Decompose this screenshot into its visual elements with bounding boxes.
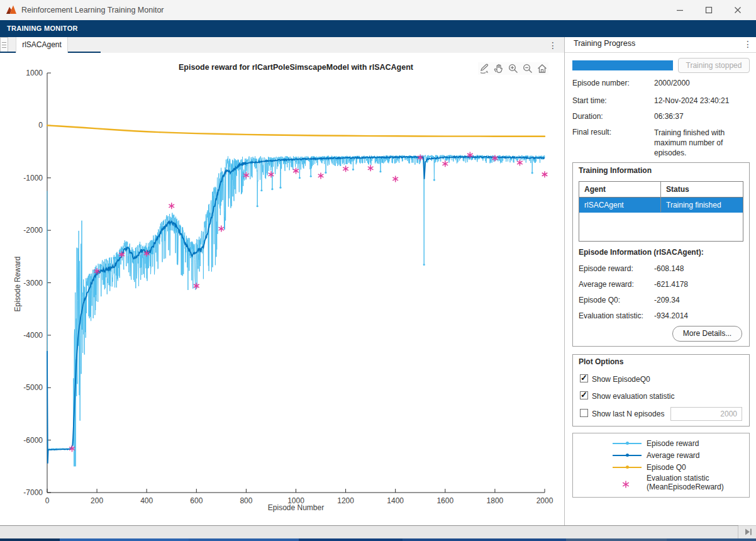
panel-overflow-menu-icon[interactable]: ⋮ — [742, 39, 753, 52]
close-icon — [734, 6, 742, 14]
cell-status: Training finished — [666, 198, 721, 213]
evaluation-statistic-marker — [392, 176, 398, 182]
window-titlebar: Reinforcement Learning Training Monitor — [0, 0, 756, 21]
average-reward-legend-swatch — [613, 451, 642, 460]
episode-reward-marker — [257, 205, 258, 207]
y-tick-label: -2000 — [23, 226, 43, 235]
matlab-logo-icon — [6, 4, 17, 16]
field-value: Training finished with maximum number of… — [654, 128, 750, 158]
checkbox-label: Show evaluation statistic — [592, 392, 674, 401]
episode-reward-marker — [433, 179, 435, 181]
more-details-button[interactable]: More Details... — [672, 326, 742, 342]
episode-information-title: Episode Information (rlSACAgent): — [579, 248, 704, 257]
episode-reward-marker — [271, 188, 273, 190]
x-axis-label: Episode Number — [47, 503, 545, 512]
evaluation-statistic-marker — [343, 165, 348, 172]
field-label: Final result: — [572, 128, 611, 137]
expand-statusbar-icon[interactable] — [744, 528, 753, 536]
field-label: Start time: — [572, 96, 607, 105]
field-value: -934.2014 — [654, 311, 688, 320]
tab-overflow-menu-icon[interactable]: ⋮ — [547, 39, 559, 52]
episode-reward-marker — [310, 176, 312, 177]
evaluation-statistic-marker — [219, 226, 225, 232]
zoom-in-icon[interactable] — [507, 62, 520, 75]
checkbox-0[interactable] — [580, 374, 588, 382]
episode-q0-legend-swatch — [613, 463, 642, 472]
checkbox-label: Show last N episodes — [592, 410, 664, 418]
restore-view-home-icon[interactable] — [536, 62, 548, 75]
evaluation-statistic-asterisk-icon — [621, 479, 631, 489]
episode-q0-line — [47, 125, 545, 136]
close-button[interactable] — [723, 0, 752, 20]
taskbar-sliver — [0, 538, 756, 541]
training-plot: 0200400600800100012001400160018002000100… — [0, 53, 564, 525]
y-tick-label: 1000 — [26, 69, 43, 77]
checkbox-1[interactable] — [580, 391, 588, 399]
legend-label-line2: (MeanEpisodeReward) — [647, 482, 724, 491]
episode-reward-marker — [325, 172, 326, 174]
field-value: -608.148 — [654, 264, 684, 273]
grip-icon — [2, 42, 6, 48]
field-label: Average reward: — [579, 280, 634, 289]
episode-reward-legend-swatch — [613, 439, 642, 448]
toolstrip-tab-training-monitor[interactable]: TRAINING MONITOR — [7, 20, 78, 37]
y-tick-label: -6000 — [23, 436, 43, 445]
export-icon[interactable] — [478, 62, 491, 75]
y-tick-label: -5000 — [23, 383, 43, 392]
training-information-title: Training Information — [579, 166, 652, 175]
legend-label: Average reward — [647, 451, 700, 460]
training-progress-bar — [572, 60, 673, 70]
y-tick-label: -7000 — [23, 488, 43, 497]
column-header-status: Status — [666, 182, 689, 197]
field-value: 06:36:37 — [654, 112, 684, 121]
checkbox-2[interactable] — [580, 409, 588, 417]
episode-reward-marker — [260, 189, 262, 191]
training-stopped-button[interactable]: Training stopped — [678, 58, 750, 73]
toolstrip: TRAINING MONITOR — [0, 20, 756, 37]
pan-hand-icon[interactable] — [492, 62, 505, 75]
episode-reward-marker — [299, 177, 301, 179]
column-header-agent: Agent — [584, 182, 606, 197]
tab-grip-handle[interactable] — [0, 37, 8, 52]
episode-reward-marker — [531, 172, 533, 174]
panel-divider[interactable] — [564, 37, 565, 538]
episode-reward-marker — [423, 264, 425, 265]
evaluation-statistic-marker — [542, 171, 548, 177]
legend-label: Episode Q0 — [647, 463, 686, 472]
evaluation-statistic-marker — [442, 160, 448, 167]
table-header-row: Agent Status — [579, 182, 743, 198]
episode-reward-line — [47, 155, 545, 467]
episode-reward-marker — [279, 187, 281, 189]
statusbar-divider — [738, 526, 738, 538]
legend-label: Evaluation statistic — [647, 474, 709, 482]
field-label: Evaluation statistic: — [579, 311, 643, 320]
table-row-rlsacagent[interactable]: rlSACAgent Training finished — [579, 198, 743, 213]
episode-reward-marker — [352, 169, 354, 170]
panel-title: Training Progress — [574, 39, 635, 48]
figure-document: 0200400600800100012001400160018002000100… — [0, 53, 564, 525]
plot-options-title: Plot Options — [579, 357, 623, 366]
rl-training-monitor-window: Reinforcement Learning Training Monitor … — [0, 0, 756, 541]
cell-agent: rlSACAgent — [584, 198, 624, 213]
training-progress-fill — [572, 60, 673, 70]
zoom-out-icon[interactable] — [521, 62, 534, 75]
field-label: Episode Q0: — [579, 296, 620, 304]
y-tick-label: 0 — [38, 121, 43, 130]
maximize-button[interactable] — [694, 0, 723, 20]
field-label: Duration: — [572, 112, 603, 121]
tab-rlsacagent[interactable]: rlSACAgent — [16, 37, 68, 53]
y-tick-label: -3000 — [23, 279, 43, 287]
field-value: -621.4178 — [654, 280, 688, 289]
minimize-icon — [676, 6, 684, 14]
field-label: Episode reward: — [579, 264, 633, 273]
y-tick-label: -4000 — [23, 331, 43, 340]
evaluation-statistic-marker — [269, 171, 274, 177]
last-n-episodes-input[interactable] — [670, 407, 742, 421]
statusbar — [0, 526, 756, 538]
legend-label: Episode reward — [647, 439, 699, 448]
y-tick-label: -1000 — [23, 174, 43, 182]
evaluation-statistic-marker — [517, 160, 523, 166]
average-reward-line — [47, 157, 545, 464]
field-value: 2000/2000 — [654, 79, 690, 87]
minimize-button[interactable] — [665, 0, 694, 20]
